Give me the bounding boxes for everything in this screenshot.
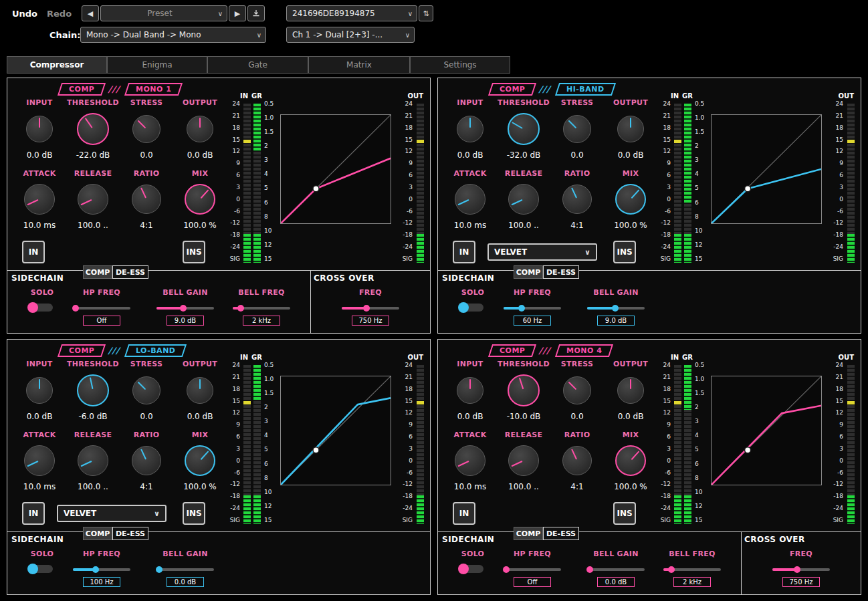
ratio-knob[interactable] [562, 185, 592, 214]
input-knob[interactable] [457, 377, 483, 404]
ratio-knob[interactable] [562, 446, 592, 475]
bell-gain-slider[interactable] [587, 565, 645, 574]
hp-freq-value[interactable]: 100 Hz [83, 577, 120, 587]
ins-button[interactable]: INS [613, 241, 636, 263]
slider-thumb[interactable] [180, 305, 187, 312]
bell-gain-value[interactable]: 9.0 dB [597, 316, 635, 326]
threshold-dot[interactable] [745, 447, 751, 453]
slider-thumb[interactable] [794, 566, 800, 573]
channel-routing-dropdown[interactable]: Ch 1 -> Dual [2+3] -... ∨ [286, 27, 415, 43]
output-knob[interactable] [617, 116, 644, 142]
input-knob[interactable] [26, 377, 53, 404]
attack-knob[interactable] [455, 184, 485, 215]
bell-freq-slider[interactable] [233, 304, 290, 313]
solo-toggle[interactable] [27, 564, 53, 574]
bell-gain-value[interactable]: 0.0 dB [167, 577, 204, 587]
attack-knob[interactable] [455, 445, 485, 476]
sidechain-tab-deess[interactable]: DE-ESS [112, 265, 148, 279]
attack-knob[interactable] [24, 184, 55, 215]
ab-swap-button[interactable]: ⇅ [419, 5, 433, 21]
output-knob[interactable] [187, 377, 213, 404]
hp-freq-value[interactable]: Off [514, 577, 551, 587]
hp-freq-slider[interactable] [504, 304, 561, 313]
bell-freq-value[interactable]: 2 kHz [673, 577, 711, 587]
slider-thumb[interactable] [503, 566, 510, 573]
solo-toggle[interactable] [27, 302, 53, 313]
input-knob[interactable] [457, 116, 483, 142]
release-knob[interactable] [78, 184, 108, 215]
tab-compressor[interactable]: Compressor [7, 56, 107, 74]
sidechain-tab-deess[interactable]: DE-ESS [112, 527, 148, 540]
bell-freq-value[interactable]: 2 kHz [243, 316, 280, 326]
sidechain-tab-comp[interactable]: COMP [83, 527, 112, 540]
input-knob[interactable] [26, 116, 53, 142]
ratio-knob[interactable] [132, 446, 161, 475]
threshold-knob[interactable] [508, 113, 540, 145]
preset-save-button[interactable] [247, 5, 265, 21]
slider-thumb[interactable] [586, 566, 593, 573]
crossover-freq-slider[interactable] [342, 304, 399, 313]
bell-gain-slider[interactable] [587, 304, 645, 313]
stress-knob[interactable] [132, 376, 160, 404]
threshold-knob[interactable] [77, 374, 109, 406]
stress-knob[interactable] [563, 115, 591, 143]
slider-thumb[interactable] [92, 566, 99, 573]
slider-thumb[interactable] [72, 305, 79, 312]
sidechain-tab-deess[interactable]: DE-ESS [543, 265, 579, 279]
slider-thumb[interactable] [156, 566, 162, 573]
preset-next-button[interactable]: ▶ [229, 5, 246, 21]
output-knob[interactable] [187, 116, 213, 142]
threshold-dot[interactable] [313, 186, 319, 192]
undo-button[interactable]: Undo [12, 9, 37, 19]
bell-gain-value[interactable]: 0.0 dB [597, 577, 635, 587]
hp-freq-slider[interactable] [73, 304, 130, 313]
hp-freq-slider[interactable] [504, 565, 561, 574]
hp-freq-value[interactable]: Off [83, 316, 120, 326]
bell-gain-value[interactable]: 9.0 dB [167, 316, 204, 326]
threshold-knob[interactable] [508, 374, 540, 406]
slider-thumb[interactable] [237, 305, 244, 312]
preset-dropdown[interactable]: Preset ∨ [100, 5, 227, 21]
tab-enigma[interactable]: Enigma [107, 56, 207, 74]
in-button[interactable]: IN [453, 502, 475, 525]
release-knob[interactable] [508, 184, 539, 215]
bell-gain-slider[interactable] [156, 565, 214, 574]
slider-thumb[interactable] [612, 305, 619, 312]
chain-dropdown[interactable]: Mono -> Dual Band -> Mono ∨ [80, 27, 266, 43]
in-button[interactable]: IN [22, 502, 45, 525]
redo-button[interactable]: Redo [47, 9, 72, 19]
sidechain-tab-comp[interactable]: COMP [514, 265, 543, 279]
tab-settings[interactable]: Settings [410, 56, 510, 74]
sidechain-tab-comp[interactable]: COMP [83, 265, 112, 279]
mix-knob[interactable] [615, 445, 646, 476]
mix-knob[interactable] [185, 184, 215, 215]
release-knob[interactable] [508, 445, 539, 476]
bell-freq-slider[interactable] [663, 565, 721, 574]
threshold-knob[interactable] [77, 113, 109, 145]
slider-thumb[interactable] [518, 305, 525, 312]
slider-thumb[interactable] [668, 566, 675, 573]
hp-freq-slider[interactable] [73, 565, 130, 574]
stress-knob[interactable] [563, 376, 591, 404]
threshold-dot[interactable] [313, 447, 319, 453]
solo-toggle[interactable] [458, 302, 483, 313]
preset-prev-button[interactable]: ◀ [82, 5, 99, 21]
in-button[interactable]: IN [22, 241, 45, 263]
sidechain-tab-deess[interactable]: DE-ESS [543, 527, 579, 540]
character-dropdown[interactable]: VELVET∨ [487, 243, 597, 261]
hp-freq-value[interactable]: 60 Hz [514, 316, 551, 326]
bell-gain-slider[interactable] [156, 304, 214, 313]
solo-toggle[interactable] [458, 564, 483, 574]
slider-thumb[interactable] [363, 305, 370, 312]
preset-id-dropdown[interactable]: 241696DE89194875 ∨ [286, 5, 417, 21]
crossover-freq-slider[interactable] [772, 565, 830, 574]
tab-gate[interactable]: Gate [207, 56, 308, 74]
crossover-freq-value[interactable]: 750 Hz [352, 316, 389, 326]
threshold-dot[interactable] [745, 186, 751, 192]
ins-button[interactable]: INS [613, 502, 636, 525]
ratio-knob[interactable] [132, 185, 161, 214]
ins-button[interactable]: INS [183, 241, 205, 263]
sidechain-tab-comp[interactable]: COMP [514, 527, 543, 540]
stress-knob[interactable] [132, 115, 160, 143]
in-button[interactable]: IN [453, 241, 475, 263]
